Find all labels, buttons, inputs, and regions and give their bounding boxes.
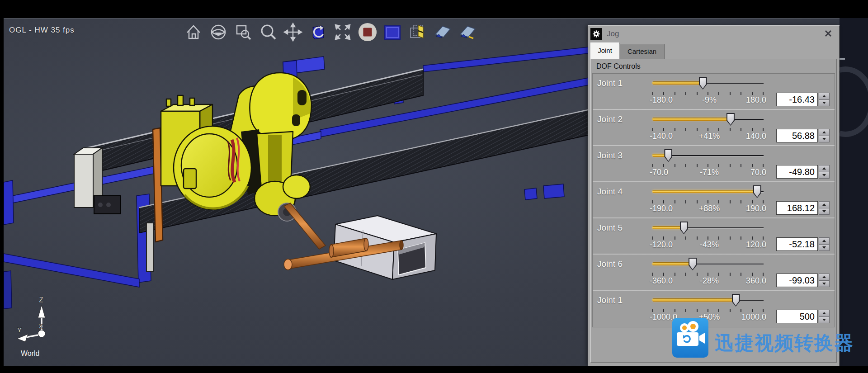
spin-down-button[interactable] — [819, 136, 830, 143]
slider-handle[interactable] — [732, 294, 740, 307]
down-arrow-icon — [822, 246, 826, 249]
orbit-view-icon[interactable] — [208, 22, 228, 42]
jog-panel: Jog Joint Cartesian DOF Controls Joint 1… — [588, 25, 840, 366]
jog-panel-header: Jog — [588, 25, 840, 42]
joint-min-label: -360.0 — [650, 276, 673, 286]
joint-max-label: 190.0 — [746, 204, 766, 213]
up-arrow-icon — [822, 131, 826, 133]
slider-ticks — [652, 92, 764, 95]
joint-row: Joint 4 -190.0 +88% 190.0 168.12 — [593, 182, 835, 218]
slider-handle[interactable] — [699, 77, 707, 90]
joint-percent-label: +88% — [699, 204, 720, 213]
joint-value-input[interactable]: 56.88 — [776, 129, 818, 142]
watermark-text: 迅捷视频转换器 — [715, 331, 854, 356]
down-arrow-icon — [822, 283, 826, 285]
spin-up-button[interactable] — [819, 129, 830, 136]
spin-down-button[interactable] — [819, 172, 830, 179]
record-stop-icon[interactable] — [358, 22, 377, 42]
gear-icon[interactable] — [590, 28, 602, 40]
spin-down-button[interactable] — [819, 100, 830, 107]
slider-ticks — [652, 309, 764, 312]
bottom-black-bar — [0, 366, 868, 373]
slider-handle[interactable] — [680, 222, 688, 234]
joint-value-spinner — [819, 129, 830, 142]
close-icon[interactable] — [824, 29, 832, 38]
spin-up-button[interactable] — [819, 201, 830, 208]
joint-slider[interactable] — [652, 76, 764, 90]
fit-view-icon[interactable] — [333, 22, 353, 42]
world-axis-triad: Z X Y World — [10, 289, 64, 366]
joint-slider[interactable] — [652, 113, 764, 126]
zoom-icon[interactable] — [258, 22, 278, 42]
slider-fill — [652, 118, 731, 121]
joint-value-input[interactable]: -16.43 — [776, 93, 818, 106]
axis-y-label: Y — [17, 326, 22, 334]
spin-up-button[interactable] — [819, 237, 830, 245]
tab-joint[interactable]: Joint — [590, 42, 619, 59]
joint-percent-label: +41% — [699, 132, 720, 141]
joint-percent-label: -28% — [700, 276, 719, 286]
spin-up-button[interactable] — [819, 310, 830, 317]
joint-max-label: 180.0 — [746, 95, 766, 105]
joint-value-input[interactable]: -52.18 — [776, 237, 818, 251]
up-arrow-icon — [822, 167, 826, 170]
slider-ticks — [652, 164, 764, 167]
joint-slider[interactable] — [652, 185, 764, 198]
joint-label: Joint 4 — [597, 187, 623, 197]
spin-up-button[interactable] — [819, 165, 830, 172]
joint-slider[interactable] — [652, 293, 764, 307]
joint-label: Joint 3 — [597, 151, 623, 161]
slider-fill — [652, 81, 703, 85]
joint-max-label: 360.0 — [746, 276, 766, 286]
joint-slider[interactable] — [652, 221, 764, 235]
joint-max-label: 140.0 — [746, 132, 766, 141]
up-arrow-icon — [822, 95, 826, 97]
joint-value-input[interactable]: -99.03 — [776, 274, 818, 287]
pan-icon[interactable] — [283, 22, 303, 42]
slider-handle[interactable] — [689, 258, 697, 270]
spin-down-button[interactable] — [819, 208, 830, 215]
tab-cartesian[interactable]: Cartesian — [619, 44, 665, 59]
joint-row: Joint 1 -180.0 -9% 180.0 -16.43 — [593, 74, 835, 110]
world-label: World — [21, 349, 40, 357]
spin-down-button[interactable] — [819, 245, 830, 251]
dof-controls-title: DOF Controls — [596, 62, 836, 71]
blue-square-icon[interactable] — [382, 22, 402, 42]
rotate-view-icon[interactable] — [308, 22, 328, 42]
joint-min-label: -120.0 — [650, 240, 673, 250]
slider-handle[interactable] — [664, 149, 672, 162]
spin-up-button[interactable] — [819, 274, 830, 281]
joint-slider[interactable] — [652, 257, 764, 271]
slider-fill — [652, 190, 757, 193]
spin-down-button[interactable] — [819, 281, 830, 288]
joint-min-label: -180.0 — [650, 95, 673, 105]
joint-value-input[interactable]: 168.12 — [776, 201, 818, 215]
up-arrow-icon — [822, 276, 826, 278]
down-arrow-icon — [822, 138, 826, 140]
slider-handle[interactable] — [753, 185, 761, 198]
joint-percent-label: -43% — [700, 240, 719, 250]
joint-label: Joint 6 — [597, 259, 623, 269]
home-icon[interactable] — [184, 22, 203, 42]
left-black-bar — [0, 18, 4, 366]
zoom-window-icon[interactable] — [233, 22, 253, 42]
workplane-icon-1[interactable] — [432, 22, 452, 42]
workplane-icon-2[interactable] — [457, 22, 477, 42]
axis-z-label: Z — [39, 296, 43, 304]
render-status-text: OGL - HW 35 fps — [9, 26, 75, 35]
axis-x-label: X — [38, 322, 43, 330]
section-box-icon[interactable] — [407, 22, 427, 42]
video-converter-watermark: 迅捷视频转换器 — [672, 318, 854, 358]
joint-slider[interactable] — [652, 149, 764, 162]
joint-value-input[interactable]: -49.80 — [776, 165, 818, 179]
top-black-bar — [0, 0, 868, 18]
slider-ticks — [652, 273, 764, 276]
spin-up-button[interactable] — [819, 93, 830, 100]
joint-percent-label: -9% — [702, 95, 717, 105]
slider-fill — [652, 262, 693, 265]
joint-value-spinner — [819, 274, 830, 287]
joint-max-label: 70.0 — [750, 168, 766, 177]
joint-value-spinner — [819, 201, 830, 215]
slider-handle[interactable] — [726, 113, 735, 126]
joint-row: Joint 6 -360.0 -28% 360.0 -99.03 — [593, 255, 835, 291]
